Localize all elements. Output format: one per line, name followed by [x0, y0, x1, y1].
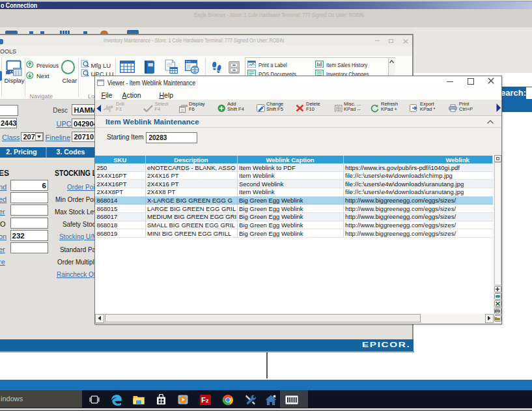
svg-text:F: F — [201, 395, 206, 403]
svg-text:z: z — [206, 397, 209, 403]
